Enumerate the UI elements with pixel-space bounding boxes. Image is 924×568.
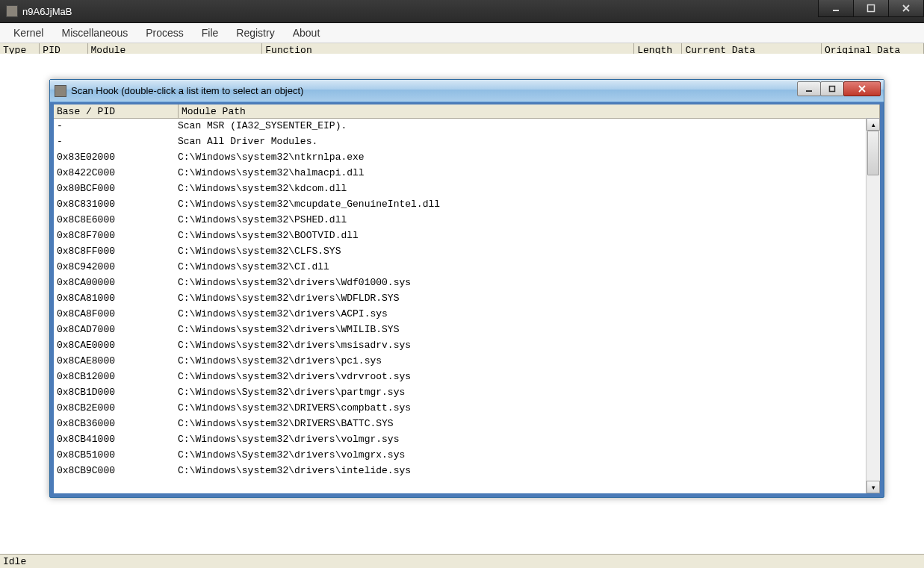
main-titlebar[interactable]: n9A6JjMaB <box>0 0 924 23</box>
svg-rect-2 <box>806 90 812 92</box>
cell-base: 0x83E02000 <box>54 149 175 165</box>
scan-hook-dialog: Scan Hook (double-click a list item to s… <box>49 79 884 498</box>
list-item[interactable]: 0x8CB51000C:\Windows\System32\drivers\vo… <box>54 447 866 463</box>
svg-rect-3 <box>830 87 835 92</box>
scrollbar[interactable]: ▴ ▾ <box>866 118 880 493</box>
list-item[interactable]: 0x8CB12000C:\Windows\system32\drivers\vd… <box>54 369 866 384</box>
list-item[interactable]: 0x8CA00000C:\Windows\system32\drivers\Wd… <box>54 275 866 290</box>
list-item[interactable]: 0x8C942000C:\Windows\system32\CI.dll <box>54 259 866 275</box>
cell-base: 0x8CB12000 <box>54 369 175 384</box>
menu-process[interactable]: Process <box>137 25 193 40</box>
list-item[interactable]: 0x8CA8F000C:\Windows\system32\drivers\AC… <box>54 306 866 322</box>
cell-base: 0x8CB51000 <box>54 447 175 463</box>
cell-base: 0x8CB9C000 <box>54 463 175 478</box>
window-title: n9A6JjMaB <box>22 6 72 17</box>
list-item[interactable]: 0x8CAE0000C:\Windows\system32\drivers\ms… <box>54 337 866 353</box>
cell-base: 0x8C831000 <box>54 196 175 212</box>
cell-base: 0x8CB36000 <box>54 416 175 431</box>
cell-path: Scan All Driver Modules. <box>175 134 866 149</box>
list-item[interactable]: 0x8C831000C:\Windows\system32\mcupdate_G… <box>54 196 866 212</box>
cell-path: C:\Windows\system32\PSHED.dll <box>175 212 866 228</box>
dialog-title: Scan Hook (double-click a list item to s… <box>71 85 303 96</box>
cell-base: 0x80BCF000 <box>54 181 175 196</box>
scroll-down-button[interactable]: ▾ <box>866 481 880 493</box>
cell-base: 0x8C8FF000 <box>54 243 175 259</box>
cell-path: C:\Windows\system32\BOOTVID.dll <box>175 228 866 243</box>
cell-path: C:\Windows\system32\mcupdate_GenuineInte… <box>175 196 866 212</box>
cell-base: 0x8C942000 <box>54 259 175 275</box>
dialog-close-button[interactable] <box>843 81 881 96</box>
cell-base: 0x8422C000 <box>54 165 175 181</box>
cell-base: 0x8C8E6000 <box>54 212 175 228</box>
close-button[interactable] <box>888 0 924 17</box>
cell-base: 0x8CB1D000 <box>54 384 175 400</box>
menu-file[interactable]: File <box>193 25 228 40</box>
cell-base: 0x8CB41000 <box>54 431 175 447</box>
svg-rect-1 <box>868 5 875 12</box>
menu-miscellaneous[interactable]: Miscellaneous <box>52 25 137 40</box>
main-window: n9A6JjMaB Kernel Miscellaneous Process F… <box>0 0 924 568</box>
cell-path: C:\Windows\system32\drivers\ACPI.sys <box>175 306 866 322</box>
list-item[interactable]: 0x8422C000C:\Windows\system32\halmacpi.d… <box>54 165 866 181</box>
cell-path: C:\Windows\system32\drivers\vdrvroot.sys <box>175 369 866 384</box>
dialog-maximize-button[interactable] <box>820 81 844 96</box>
cell-base: 0x8C8F7000 <box>54 228 175 243</box>
list-item[interactable]: 0x80BCF000C:\Windows\system32\kdcom.dll <box>54 181 866 196</box>
list-item[interactable]: 0x8CAD7000C:\Windows\system32\drivers\WM… <box>54 322 866 337</box>
cell-path: C:\Windows\system32\drivers\intelide.sys <box>175 463 866 478</box>
cell-path: C:\Windows\system32\kdcom.dll <box>175 181 866 196</box>
cell-path: C:\Windows\system32\ntkrnlpa.exe <box>175 149 866 165</box>
scroll-up-button[interactable]: ▴ <box>866 118 880 131</box>
cell-path: C:\Windows\system32\drivers\WDFLDR.SYS <box>175 290 866 306</box>
list-item[interactable]: 0x8C8E6000C:\Windows\system32\PSHED.dll <box>54 212 866 228</box>
list-item[interactable]: -Scan All Driver Modules. <box>54 134 866 149</box>
menu-registry[interactable]: Registry <box>227 25 283 40</box>
cell-base: 0x8CAD7000 <box>54 322 175 337</box>
list-item[interactable]: 0x8CA81000C:\Windows\system32\drivers\WD… <box>54 290 866 306</box>
list-item[interactable]: 0x8C8FF000C:\Windows\system32\CLFS.SYS <box>54 243 866 259</box>
cell-path: C:\Windows\system32\CI.dll <box>175 259 866 275</box>
list-item[interactable]: 0x8CB1D000C:\Windows\System32\drivers\pa… <box>54 384 866 400</box>
column-header[interactable]: Module Path <box>179 104 880 118</box>
cell-path: C:\Windows\System32\drivers\partmgr.sys <box>175 384 866 400</box>
scan-list[interactable]: -Scan MSR (IA32_SYSENTER_EIP).-Scan All … <box>54 118 866 493</box>
menubar: Kernel Miscellaneous Process File Regist… <box>0 23 924 43</box>
dialog-titlebar[interactable]: Scan Hook (double-click a list item to s… <box>50 80 884 102</box>
list-item[interactable]: 0x83E02000C:\Windows\system32\ntkrnlpa.e… <box>54 149 866 165</box>
cell-path: C:\Windows\system32\CLFS.SYS <box>175 243 866 259</box>
cell-base: 0x8CA81000 <box>54 290 175 306</box>
cell-path: C:\Windows\system32\drivers\msisadrv.sys <box>175 337 866 353</box>
cell-base: - <box>54 118 175 134</box>
cell-path: C:\Windows\System32\drivers\volmgrx.sys <box>175 447 866 463</box>
cell-path: C:\Windows\system32\drivers\WMILIB.SYS <box>175 322 866 337</box>
list-item[interactable]: 0x8C8F7000C:\Windows\system32\BOOTVID.dl… <box>54 228 866 243</box>
statusbar: Idle <box>0 554 924 568</box>
menu-kernel[interactable]: Kernel <box>4 25 52 40</box>
maximize-button[interactable] <box>853 0 889 17</box>
column-header[interactable]: Base / PID <box>54 104 179 118</box>
svg-rect-0 <box>833 10 839 11</box>
list-item[interactable]: 0x8CAE8000C:\Windows\system32\drivers\pc… <box>54 353 866 369</box>
dialog-icon <box>55 85 66 97</box>
cell-base: - <box>54 134 175 149</box>
menu-about[interactable]: About <box>284 25 329 40</box>
cell-path: C:\Windows\system32\halmacpi.dll <box>175 165 866 181</box>
list-item[interactable]: 0x8CB41000C:\Windows\system32\drivers\vo… <box>54 431 866 447</box>
cell-base: 0x8CA00000 <box>54 275 175 290</box>
cell-path: C:\Windows\system32\drivers\volmgr.sys <box>175 431 866 447</box>
app-icon <box>6 5 18 17</box>
scroll-thumb[interactable] <box>867 131 879 175</box>
list-item[interactable]: -Scan MSR (IA32_SYSENTER_EIP). <box>54 118 866 134</box>
cell-base: 0x8CAE0000 <box>54 337 175 353</box>
dialog-body: Base / PIDModule Path -Scan MSR (IA32_SY… <box>54 104 880 493</box>
dialog-minimize-button[interactable] <box>797 81 821 96</box>
cell-base: 0x8CA8F000 <box>54 306 175 322</box>
minimize-button[interactable] <box>818 0 854 17</box>
list-item[interactable]: 0x8CB36000C:\Windows\system32\DRIVERS\BA… <box>54 416 866 431</box>
status-text: Idle <box>3 556 26 567</box>
cell-path: C:\Windows\system32\DRIVERS\BATTC.SYS <box>175 416 866 431</box>
cell-base: 0x8CAE8000 <box>54 353 175 369</box>
list-item[interactable]: 0x8CB9C000C:\Windows\system32\drivers\in… <box>54 463 866 478</box>
cell-path: C:\Windows\system32\DRIVERS\compbatt.sys <box>175 400 866 416</box>
list-item[interactable]: 0x8CB2E000C:\Windows\system32\DRIVERS\co… <box>54 400 866 416</box>
